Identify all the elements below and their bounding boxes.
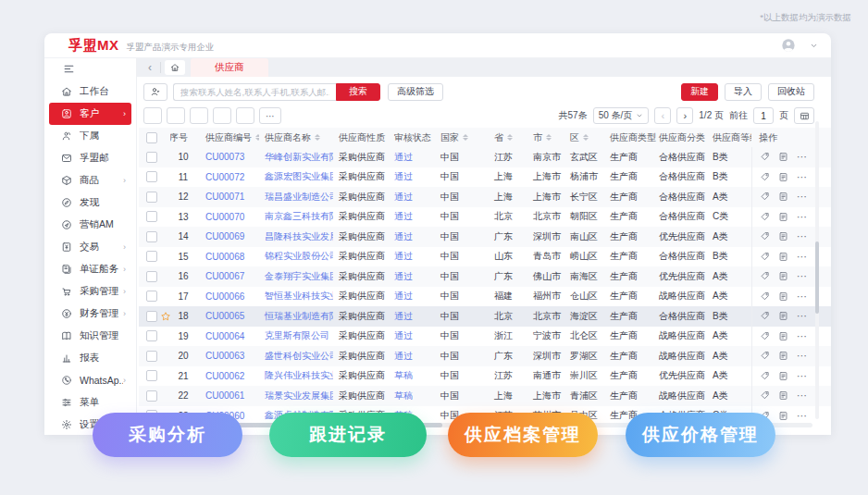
sort-icon[interactable]: [463, 134, 468, 142]
supplier-code-link[interactable]: CU00069: [196, 231, 259, 241]
sidebar-collapse[interactable]: [44, 58, 136, 79]
row-more-icon[interactable]: ⋯: [797, 252, 808, 262]
row-checkbox[interactable]: [146, 311, 157, 322]
supplier-code-link[interactable]: CU00067: [196, 271, 259, 281]
document-icon[interactable]: [778, 291, 788, 302]
supplier-name-link[interactable]: 智恒基业科技实业: [259, 290, 333, 303]
batch-action-button[interactable]: [213, 107, 231, 124]
sidebar-item[interactable]: 下属 ›: [49, 125, 131, 147]
row-more-icon[interactable]: ⋯: [797, 231, 808, 241]
supplier-code-link[interactable]: CU00068: [196, 252, 259, 262]
document-icon[interactable]: [778, 351, 788, 361]
华峰创新实业有限...[interactable]: 10 CU00073 华峰创新实业有限... 采购供应商 通过 中国 江苏 南京…: [139, 147, 831, 167]
collapse-menu-icon[interactable]: [63, 63, 75, 75]
sidebar-item[interactable]: 交易 ›: [49, 236, 131, 258]
supplier-code-link[interactable]: CU00071: [196, 192, 259, 202]
row-checkbox[interactable]: [146, 330, 157, 341]
row-checkbox[interactable]: [146, 390, 157, 402]
goto-page-input[interactable]: [753, 107, 774, 124]
sidebar-item[interactable]: 孚盟邮 ›: [49, 147, 131, 169]
row-more-icon[interactable]: ⋯: [797, 271, 808, 281]
tag-icon[interactable]: [760, 192, 770, 202]
row-more-icon[interactable]: ⋯: [797, 212, 808, 222]
row-more-icon[interactable]: ⋯: [797, 152, 808, 162]
sidebar-item[interactable]: 知识管理 ›: [49, 325, 131, 347]
row-more-icon[interactable]: ⋯: [797, 192, 808, 202]
select-all-checkbox[interactable]: [146, 132, 157, 143]
star-icon[interactable]: [160, 311, 170, 322]
supplier-name-link[interactable]: 鑫源宏图实业集团: [259, 170, 333, 183]
document-icon[interactable]: [778, 231, 788, 241]
batch-action-button[interactable]: [167, 107, 185, 124]
tag-icon[interactable]: [760, 172, 770, 182]
user-avatar[interactable]: [781, 38, 796, 53]
recycle-bin-button[interactable]: 回收站: [768, 83, 814, 101]
sidebar-item[interactable]: 工作台 ›: [49, 80, 131, 103]
row-checkbox[interactable]: [146, 192, 157, 203]
floating-action-button[interactable]: 采购分析: [93, 413, 242, 457]
sidebar-item[interactable]: 发现 ›: [49, 192, 131, 214]
column-header[interactable]: 审核状态: [389, 131, 435, 144]
克里斯有限公司[interactable]: 19 CU00064 克里斯有限公司 采购供应商 通过 中国 浙江 宁波市 北仑…: [139, 327, 831, 347]
page-size-select[interactable]: 50 条/页: [593, 107, 650, 124]
supplier-code-link[interactable]: CU00066: [196, 291, 259, 302]
batch-action-button[interactable]: [236, 107, 254, 124]
new-button[interactable]: 新建: [681, 83, 718, 101]
金泰翔宇实业集团[interactable]: 16 CU00067 金泰翔宇实业集团 采购供应商 通过 中国 广东 佛山市 南…: [139, 266, 831, 287]
document-icon[interactable]: [778, 271, 788, 281]
document-icon[interactable]: [778, 152, 788, 162]
supplier-name-link[interactable]: 盛世科创实业公司: [259, 350, 333, 363]
next-page-button[interactable]: ›: [676, 107, 693, 124]
row-more-icon[interactable]: ⋯: [797, 311, 808, 321]
隆兴伟业科技实业[interactable]: 21 CU00062 隆兴伟业科技实业 采购供应商 草稿 中国 江苏 南通市 崇…: [139, 366, 831, 387]
row-more-icon[interactable]: ⋯: [797, 331, 808, 341]
supplier-code-link[interactable]: CU00070: [196, 212, 259, 222]
column-header[interactable]: 供应商名称: [259, 131, 333, 144]
瑞景实业发展集团...[interactable]: 22 CU00061 瑞景实业发展集团... 采购供应商 草稿 中国 上海 上海…: [139, 386, 831, 406]
supplier-name-link[interactable]: 南京鑫三科技有限...: [259, 210, 333, 223]
tag-icon[interactable]: [760, 152, 770, 162]
tag-icon[interactable]: [760, 351, 770, 361]
document-icon[interactable]: [778, 390, 788, 401]
sort-icon[interactable]: [507, 134, 513, 142]
supplier-name-link[interactable]: 瑞景实业发展集团...: [259, 390, 333, 402]
tag-icon[interactable]: [760, 231, 770, 241]
supplier-name-link[interactable]: 克里斯有限公司: [259, 329, 333, 342]
column-header[interactable]: 序号: [170, 131, 196, 144]
南京鑫三科技有限...[interactable]: 13 CU00070 南京鑫三科技有限... 采购供应商 通过 中国 北京 北京…: [139, 207, 831, 228]
supplier-name-link[interactable]: 瑞昌盛业制造公司: [259, 191, 333, 204]
鑫源宏图实业集团[interactable]: 11 CU00072 鑫源宏图实业集团 采购供应商 通过 中国 上海 上海市 杨…: [139, 167, 831, 188]
batch-action-button[interactable]: [190, 107, 208, 124]
sidebar-item[interactable]: 客户 ›: [49, 103, 131, 125]
prev-page-button[interactable]: ‹: [654, 107, 671, 124]
row-more-icon[interactable]: ⋯: [797, 351, 808, 361]
supplier-name-link[interactable]: 恒瑞基业制造有限...: [259, 310, 333, 323]
row-checkbox[interactable]: [146, 271, 157, 282]
column-header[interactable]: 供应商分类: [657, 131, 707, 144]
tag-icon[interactable]: [760, 212, 770, 222]
瑞昌盛业制造公司[interactable]: 12 CU00071 瑞昌盛业制造公司 采购供应商 通过 中国 上海 上海市 长…: [139, 187, 831, 207]
tag-icon[interactable]: [760, 371, 770, 381]
row-checkbox[interactable]: [146, 370, 157, 381]
tag-icon[interactable]: [760, 390, 770, 401]
column-header[interactable]: 国家: [435, 131, 489, 144]
盛世科创实业公司[interactable]: 20 CU00063 盛世科创实业公司 采购供应商 通过 中国 广东 深圳市 罗…: [139, 346, 831, 366]
document-icon[interactable]: [778, 371, 788, 381]
import-button[interactable]: 导入: [725, 83, 762, 101]
supplier-name-link[interactable]: 昌隆科技实业发展...: [259, 230, 333, 243]
row-checkbox[interactable]: [146, 351, 157, 362]
sort-icon[interactable]: [315, 134, 320, 142]
supplier-code-link[interactable]: CU00072: [196, 172, 259, 182]
恒瑞基业制造有限...[interactable]: 18 CU00065 恒瑞基业制造有限... 采购供应商 通过 中国 北京 北京…: [139, 306, 831, 327]
advanced-filter-button[interactable]: 高级筛选: [388, 83, 443, 101]
sort-icon[interactable]: [583, 134, 589, 142]
column-header[interactable]: 供应商性质: [333, 131, 389, 144]
floating-action-button[interactable]: 供应档案管理: [448, 413, 598, 457]
supplier-code-link[interactable]: CU00062: [196, 371, 259, 381]
row-checkbox[interactable]: [146, 251, 157, 262]
sidebar-item[interactable]: 菜单 ›: [49, 391, 131, 414]
column-settings-button[interactable]: [794, 107, 814, 124]
sidebar-item[interactable]: 营销AM ›: [49, 214, 131, 236]
supplier-name-link[interactable]: 锦程实业股份公司: [259, 250, 333, 263]
tab-suppliers[interactable]: 供应商: [191, 58, 268, 77]
